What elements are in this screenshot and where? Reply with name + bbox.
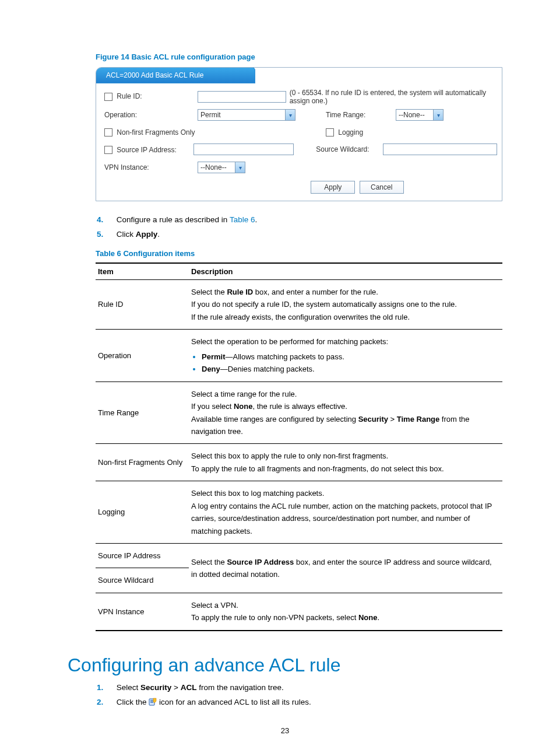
config-items-table: Item Description Rule ID Select the Rule… [96, 262, 502, 631]
time-range-label: Time Range: [326, 111, 396, 119]
rule-id-hint: (0 - 65534. If no rule ID is entered, th… [290, 89, 497, 105]
row-rule-id-item: Rule ID [96, 280, 189, 330]
panel-tab[interactable]: ACL=2000 Add Basic ACL Rule [96, 67, 255, 83]
svg-rect-3 [150, 702, 153, 703]
vpn-instance-label: VPN Instance: [101, 163, 198, 172]
source-ip-checkbox[interactable] [104, 146, 112, 154]
nonfirst-checkbox[interactable] [104, 128, 112, 136]
row-nonfirst-desc: Select this box to apply the rule to onl… [189, 444, 502, 481]
edit-icon [149, 698, 157, 706]
vpn-instance-select[interactable]: --None-- ▾ [198, 162, 245, 173]
rule-id-label: Rule ID: [117, 92, 142, 100]
th-item: Item [96, 263, 189, 280]
chevron-down-icon: ▾ [285, 110, 295, 120]
logging-checkbox[interactable] [326, 128, 334, 136]
row-vpn-desc: Select a VPN. To apply the rule to only … [189, 593, 502, 630]
steps-list-2: Select Security > ACL from the navigatio… [96, 683, 502, 706]
chevron-down-icon: ▾ [433, 110, 443, 120]
step-4: Configure a rule as described in Table 6… [114, 215, 502, 224]
logging-label: Logging [338, 128, 363, 136]
apply-button[interactable]: Apply [311, 181, 355, 194]
th-description: Description [189, 263, 502, 280]
row-srcip-desc: Select the Source IP Address box, and en… [189, 544, 502, 593]
step2-1: Select Security > ACL from the navigatio… [114, 683, 502, 692]
svg-rect-1 [150, 700, 153, 701]
nonfirst-label: Non-first Fragments Only [117, 128, 195, 136]
source-ip-input[interactable] [193, 144, 294, 155]
source-wildcard-label: Source Wildcard: [316, 146, 383, 153]
row-operation-desc: Select the operation to be performed for… [189, 330, 502, 382]
row-rule-id-desc: Select the Rule ID box, and enter a numb… [189, 280, 502, 330]
row-logging-item: Logging [96, 481, 189, 544]
figure-caption: Figure 14 Basic ACL rule configuration p… [96, 52, 502, 61]
operation-label: Operation: [101, 111, 198, 119]
step2-2: Click the icon for an advanced ACL to li… [114, 698, 502, 706]
acl-rule-panel: ACL=2000 Add Basic ACL Rule Rule ID: (0 … [96, 67, 502, 201]
steps-list: Configure a rule as described in Table 6… [96, 215, 502, 239]
chevron-down-icon: ▾ [235, 162, 245, 173]
page-number: 23 [68, 726, 502, 735]
row-logging-desc: Select this box to log matching packets.… [189, 481, 502, 544]
row-timerange-desc: Select a time range for the rule. If you… [189, 382, 502, 444]
rule-id-input[interactable] [198, 91, 286, 103]
table-caption: Table 6 Configuration items [96, 249, 502, 258]
table-6-link[interactable]: Table 6 [230, 215, 255, 224]
time-range-select[interactable]: --None-- ▾ [396, 109, 444, 121]
rule-id-checkbox[interactable] [104, 93, 112, 101]
section-heading: Configuring an advance ACL rule [68, 654, 502, 676]
source-wildcard-input[interactable] [383, 144, 497, 155]
svg-rect-2 [150, 701, 153, 702]
cancel-button[interactable]: Cancel [360, 181, 404, 194]
operation-select[interactable]: Permit ▾ [198, 109, 295, 121]
row-srcwildcard-item: Source Wildcard [96, 568, 189, 593]
row-srcip-item: Source IP Address [96, 544, 189, 568]
row-vpn-item: VPN Instance [96, 593, 189, 630]
step-5: Click Apply. [114, 230, 502, 239]
row-timerange-item: Time Range [96, 382, 189, 444]
row-nonfirst-item: Non-first Fragments Only [96, 444, 189, 481]
source-ip-label: Source IP Address: [117, 146, 177, 154]
row-operation-item: Operation [96, 330, 189, 382]
